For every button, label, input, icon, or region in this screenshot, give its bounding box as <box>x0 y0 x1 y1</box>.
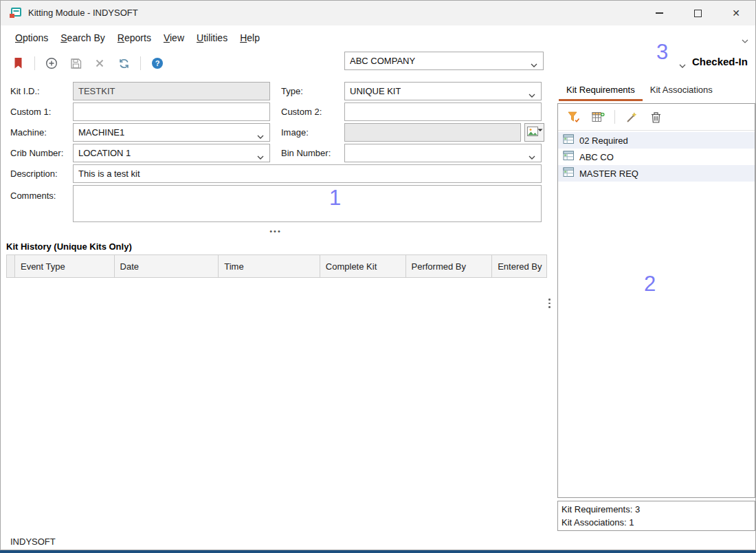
toolbar-separator <box>140 56 141 70</box>
list-item[interactable]: ABC CO <box>558 149 755 165</box>
save-icon[interactable] <box>68 55 83 72</box>
grid-add-icon[interactable] <box>590 109 605 125</box>
form-grid-icon <box>563 167 575 180</box>
crib-number-dropdown[interactable]: LOCATION 1 <box>73 144 270 162</box>
machine-dropdown-value: MACHINE1 <box>78 127 124 138</box>
image-label: Image: <box>281 127 309 138</box>
main-toolbar: ? ABC COMPANY Checked-In <box>1 50 755 76</box>
column-header-date[interactable]: Date <box>115 255 219 277</box>
custom1-label: Custom 1: <box>10 107 51 117</box>
help-icon[interactable]: ? <box>150 55 165 72</box>
chevron-down-icon <box>537 124 543 134</box>
vertical-splitter-handle[interactable] <box>548 299 551 308</box>
chevron-down-icon <box>257 131 264 141</box>
delete-icon[interactable] <box>92 55 107 72</box>
menu-view[interactable]: View <box>157 28 190 48</box>
maximize-button[interactable] <box>678 1 717 25</box>
toolbar-separator <box>34 56 35 70</box>
window-title: Kitting Module - INDYSOFT <box>28 1 138 25</box>
wand-icon[interactable] <box>624 109 639 125</box>
checkin-status: Checked-In <box>692 56 748 67</box>
app-window: Kitting Module - INDYSOFT ✕ Options Sear… <box>0 0 756 550</box>
form-grid-icon <box>563 151 575 163</box>
tab-label: Kit Requirements <box>566 85 635 95</box>
row-selector-column <box>7 255 15 277</box>
minimize-button[interactable] <box>640 1 678 25</box>
comments-label: Comments: <box>10 191 56 201</box>
image-field[interactable] <box>344 123 521 142</box>
titlebar: Kitting Module - INDYSOFT ✕ <box>1 1 755 25</box>
kit-id-field[interactable] <box>73 82 270 100</box>
kit-history-title: Kit History (Unique Kits Only) <box>6 241 132 252</box>
list-item[interactable]: 02 Required <box>558 132 755 149</box>
menu-search-by[interactable]: Search By <box>54 28 111 48</box>
menu-utilities[interactable]: Utilities <box>190 28 234 48</box>
machine-dropdown[interactable]: MACHINE1 <box>73 123 270 142</box>
chevron-down-icon <box>531 59 537 69</box>
menu-help[interactable]: Help <box>234 28 266 48</box>
horizontal-splitter-handle[interactable]: ••• <box>266 227 285 235</box>
right-panel-tabs: Kit Requirements Kit Associations <box>559 80 720 101</box>
machine-label: Machine: <box>10 127 47 138</box>
crib-number-dropdown-value: LOCATION 1 <box>78 148 131 158</box>
chevron-down-icon <box>529 151 535 162</box>
type-dropdown-value: UNIQUE KIT <box>350 86 401 96</box>
company-dropdown-value: ABC COMPANY <box>350 56 415 66</box>
trash-icon[interactable] <box>648 109 663 125</box>
crib-number-label: Crib Number: <box>10 148 63 158</box>
requirements-toolbar <box>558 104 755 131</box>
bookmark-icon[interactable] <box>10 55 25 72</box>
status-bar-text: INDYSOFT <box>10 536 56 547</box>
kit-requirements-count: Kit Requirements: 3 <box>562 503 751 516</box>
custom2-field[interactable] <box>344 102 542 121</box>
list-item[interactable]: MASTER REQ <box>558 165 755 182</box>
tab-label: Kit Associations <box>650 85 713 95</box>
checkin-dropdown-icon[interactable] <box>679 60 686 70</box>
column-header-complete-kit[interactable]: Complete Kit <box>320 255 406 277</box>
picture-icon <box>527 127 538 138</box>
custom2-label: Custom 2: <box>281 107 322 117</box>
window-controls: ✕ <box>640 1 755 25</box>
image-browse-button[interactable] <box>524 123 544 142</box>
list-item-label: MASTER REQ <box>579 169 638 179</box>
requirements-list: 02 Required ABC CO MASTER REQ <box>558 131 755 182</box>
chevron-down-icon <box>257 151 264 162</box>
kit-history-table: Event Type Date Time Complete Kit Perfor… <box>6 254 547 278</box>
column-header-performed-by[interactable]: Performed By <box>406 255 493 277</box>
kit-requirements-panel: 02 Required ABC CO MASTER REQ <box>557 103 755 498</box>
chevron-down-icon <box>529 89 535 100</box>
maximize-icon <box>694 10 702 17</box>
form-grid-icon <box>563 134 575 147</box>
column-header-event-type[interactable]: Event Type <box>15 255 115 277</box>
refresh-icon[interactable] <box>116 55 131 72</box>
bottom-edge-strip <box>0 550 756 553</box>
filter-funnel-icon[interactable] <box>566 109 581 125</box>
kit-id-label: Kit I.D.: <box>10 86 40 96</box>
column-header-time[interactable]: Time <box>219 255 320 277</box>
company-dropdown[interactable]: ABC COMPANY <box>344 52 544 70</box>
bin-number-label: Bin Number: <box>281 148 331 158</box>
type-dropdown[interactable]: UNIQUE KIT <box>344 82 542 100</box>
bin-number-dropdown[interactable] <box>344 144 542 162</box>
column-header-entered-by[interactable]: Entered By <box>492 255 546 277</box>
svg-text:?: ? <box>155 59 160 67</box>
minimize-icon <box>656 12 663 13</box>
tab-kit-requirements[interactable]: Kit Requirements <box>559 80 643 101</box>
list-item-label: ABC CO <box>579 152 614 162</box>
add-icon[interactable] <box>44 55 59 72</box>
close-button[interactable]: ✕ <box>717 1 755 25</box>
menu-reports[interactable]: Reports <box>111 28 157 48</box>
toolbar-separator <box>614 110 615 124</box>
menu-options[interactable]: Options <box>9 28 54 48</box>
list-item-label: 02 Required <box>579 135 628 146</box>
description-field[interactable] <box>73 164 542 183</box>
requirements-summary: Kit Requirements: 3 Kit Associations: 1 <box>557 501 755 531</box>
menu-bar: Options Search By Reports View Utilities… <box>1 27 755 49</box>
comments-field[interactable] <box>73 185 542 222</box>
menu-overflow-chevron-icon[interactable] <box>742 35 748 45</box>
app-icon <box>9 7 21 19</box>
description-label: Description: <box>10 169 58 179</box>
custom1-field[interactable] <box>73 102 270 121</box>
type-label: Type: <box>281 86 303 96</box>
tab-kit-associations[interactable]: Kit Associations <box>643 80 720 101</box>
